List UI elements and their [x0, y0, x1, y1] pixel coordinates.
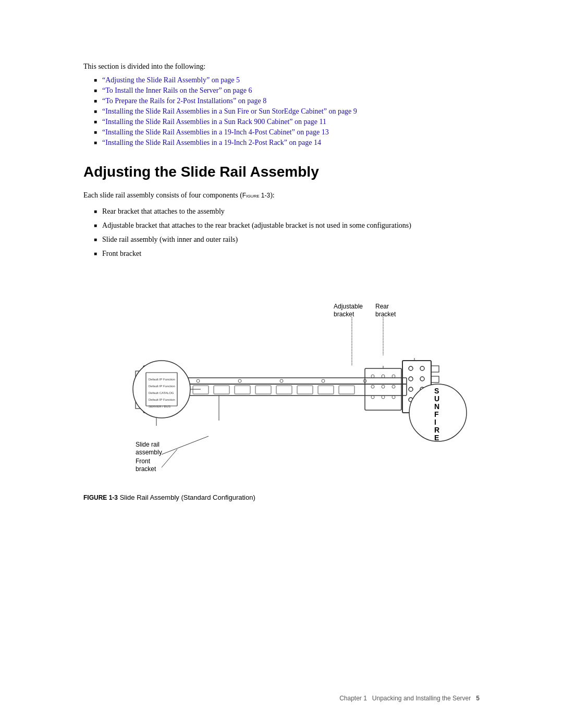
svg-text:F: F: [434, 410, 439, 418]
toc-item-5: “Installing the Slide Rail Assemblies in…: [94, 118, 480, 126]
figure-caption: FIGURE 1-3 Slide Rail Assembly (Standard…: [83, 493, 480, 501]
svg-text:Default IP Function: Default IP Function: [149, 378, 175, 381]
toc-item-3: “To Prepare the Rails for 2-Post Install…: [94, 97, 480, 105]
diagram-svg: Default IP Function Default IP Function …: [83, 275, 480, 483]
svg-text:N: N: [434, 402, 439, 411]
svg-text:assembly: assembly: [136, 449, 162, 456]
svg-point-49: [371, 396, 374, 399]
svg-point-48: [392, 385, 395, 388]
svg-rect-3: [214, 386, 229, 394]
svg-rect-10: [167, 378, 407, 384]
svg-line-77: [162, 436, 209, 454]
svg-text:R: R: [434, 426, 439, 434]
svg-rect-5: [255, 386, 271, 394]
svg-text:bracket: bracket: [334, 311, 354, 318]
svg-line-79: [162, 449, 177, 467]
svg-point-47: [382, 385, 385, 388]
svg-rect-38: [431, 366, 439, 372]
svg-point-50: [382, 396, 385, 399]
slide-rail-label: Slide rail: [136, 441, 160, 448]
svg-rect-7: [297, 386, 313, 394]
svg-rect-2: [193, 386, 209, 394]
toc-list: “Adjusting the Slide Rail Assembly” on p…: [94, 76, 480, 147]
svg-text:Default CATALOG: Default CATALOG: [149, 391, 174, 394]
adjustable-bracket-label: Adjustable: [334, 303, 363, 310]
svg-text:bracket: bracket: [375, 311, 396, 318]
svg-point-33: [420, 377, 424, 381]
component-3: Slide rail assembly (with inner and oute…: [94, 234, 480, 245]
front-bracket-label: Front: [136, 458, 151, 465]
component-1: Rear bracket that attaches to the assemb…: [94, 206, 480, 217]
toc-item-4: “Installing the Slide Rail Assemblies in…: [94, 107, 480, 116]
svg-point-30: [409, 366, 413, 371]
rear-bracket-label: Rear: [375, 303, 389, 310]
svg-text:bracket: bracket: [136, 465, 156, 473]
toc-item-6: “Installing the Slide Rail Assemblies in…: [94, 128, 480, 137]
svg-text:I: I: [434, 418, 436, 426]
intro-paragraph: This section is divided into the followi…: [83, 63, 480, 71]
svg-point-46: [371, 385, 374, 388]
component-4: Front bracket: [94, 248, 480, 259]
svg-text:U: U: [434, 394, 439, 403]
svg-point-32: [409, 377, 413, 381]
footer: Chapter 1 Unpacking and Installing the S…: [339, 695, 480, 702]
svg-point-14: [322, 379, 325, 382]
svg-point-43: [371, 375, 374, 378]
body-intro: Each slide rail assembly consists of fou…: [83, 190, 480, 201]
adjustable-bracket-shape: [365, 368, 401, 410]
svg-point-34: [409, 387, 413, 391]
component-2: Adjustable bracket that attaches to the …: [94, 220, 480, 231]
toc-item-2: “To Install the Inner Rails on the Serve…: [94, 87, 480, 95]
svg-point-11: [197, 379, 200, 382]
svg-point-44: [382, 375, 385, 378]
svg-point-45: [392, 375, 395, 378]
svg-rect-8: [318, 386, 334, 394]
components-list: Rear bracket that attaches to the assemb…: [94, 206, 480, 259]
svg-rect-9: [339, 386, 354, 394]
svg-rect-4: [235, 386, 250, 394]
svg-text:E: E: [434, 434, 439, 442]
page: This section is divided into the followi…: [0, 0, 563, 728]
toc-item-1: “Adjusting the Slide Rail Assembly” on p…: [94, 76, 480, 84]
svg-text:Default IP Function: Default IP Function: [149, 398, 175, 401]
svg-text:Default IP Function: Default IP Function: [149, 385, 175, 388]
svg-text:SERVER / BUS: SERVER / BUS: [149, 405, 170, 408]
svg-point-13: [280, 379, 283, 382]
svg-point-52: [133, 361, 190, 418]
toc-item-7: “Installing the Slide Rail Assemblies in…: [94, 139, 480, 147]
svg-point-51: [392, 396, 395, 399]
figure-container: Default IP Function Default IP Function …: [83, 275, 480, 483]
svg-rect-6: [276, 386, 292, 394]
rail-body: [167, 378, 407, 396]
svg-text:S: S: [434, 387, 439, 395]
svg-rect-39: [431, 376, 439, 382]
section-heading: Adjusting the Slide Rail Assembly: [83, 164, 480, 180]
svg-point-12: [238, 379, 241, 382]
svg-point-31: [420, 366, 424, 371]
